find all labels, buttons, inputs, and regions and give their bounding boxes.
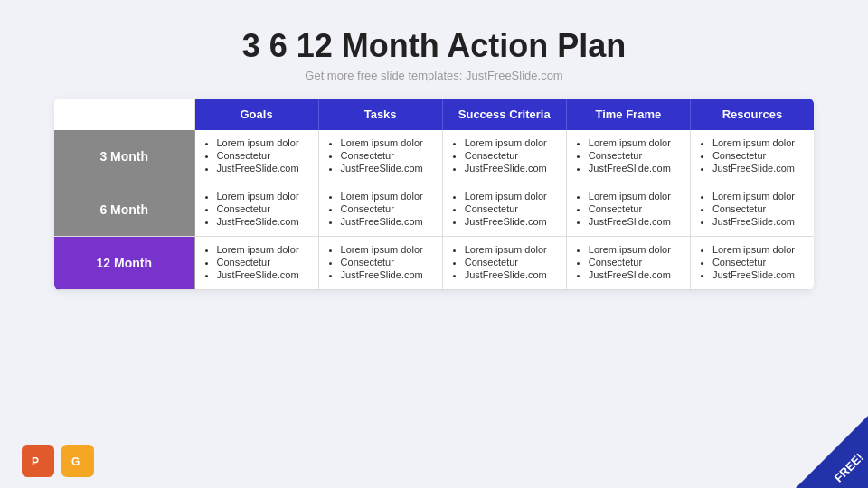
table-cell: Lorem ipsum dolorConsecteturJustFreeSlid… (442, 237, 566, 290)
table-cell: Lorem ipsum dolorConsecteturJustFreeSlid… (566, 183, 690, 237)
list-item: JustFreeSlide.com (712, 216, 805, 227)
row-label-6-month: 6 Month (54, 183, 194, 237)
table-cell: Lorem ipsum dolorConsecteturJustFreeSlid… (442, 130, 566, 183)
list-item: Consectetur (341, 257, 433, 267)
svg-text:G: G (71, 455, 80, 468)
list-item: Lorem ipsum dolor (217, 137, 309, 148)
table-cell: Lorem ipsum dolorConsecteturJustFreeSlid… (194, 130, 318, 183)
table-row: 6 MonthLorem ipsum dolorConsecteturJustF… (54, 183, 814, 237)
list-item: Lorem ipsum dolor (465, 137, 557, 148)
list-item: Lorem ipsum dolor (712, 191, 805, 202)
google-slides-icon: G (61, 445, 94, 477)
list-item: Consectetur (341, 150, 433, 161)
table-cell: Lorem ipsum dolorConsecteturJustFreeSlid… (566, 237, 690, 290)
free-badge: FREE! (796, 416, 868, 488)
row-label-12-month: 12 Month (54, 237, 194, 290)
list-item: JustFreeSlide.com (217, 269, 309, 280)
list-item: Lorem ipsum dolor (589, 244, 681, 255)
list-item: Lorem ipsum dolor (465, 191, 557, 202)
list-item: Consectetur (217, 203, 309, 214)
list-item: Consectetur (465, 203, 557, 214)
list-item: Consectetur (341, 203, 433, 214)
header-col-resources: Resources (690, 99, 814, 130)
action-plan-table: GoalsTasksSuccess CriteriaTime FrameReso… (54, 99, 814, 290)
table-cell: Lorem ipsum dolorConsecteturJustFreeSlid… (318, 237, 442, 290)
list-item: JustFreeSlide.com (217, 163, 309, 174)
list-item: JustFreeSlide.com (712, 269, 805, 280)
list-item: JustFreeSlide.com (589, 269, 681, 280)
row-label-3-month: 3 Month (54, 130, 194, 183)
list-item: JustFreeSlide.com (589, 216, 681, 227)
list-item: Lorem ipsum dolor (217, 191, 309, 202)
powerpoint-icon: P (22, 445, 54, 477)
list-item: Lorem ipsum dolor (341, 244, 433, 255)
list-item: Lorem ipsum dolor (589, 191, 681, 202)
table-cell: Lorem ipsum dolorConsecteturJustFreeSlid… (442, 183, 566, 237)
table-cell: Lorem ipsum dolorConsecteturJustFreeSlid… (318, 130, 442, 183)
list-item: Lorem ipsum dolor (341, 137, 433, 148)
list-item: JustFreeSlide.com (465, 216, 557, 227)
table-cell: Lorem ipsum dolorConsecteturJustFreeSlid… (566, 130, 690, 183)
list-item: Lorem ipsum dolor (712, 137, 805, 148)
list-item: Consectetur (712, 203, 805, 214)
list-item: Consectetur (589, 203, 681, 214)
free-badge-text: FREE! (832, 450, 866, 484)
list-item: JustFreeSlide.com (217, 216, 309, 227)
table-cell: Lorem ipsum dolorConsecteturJustFreeSlid… (194, 237, 318, 290)
table-cell: Lorem ipsum dolorConsecteturJustFreeSlid… (690, 237, 814, 290)
list-item: JustFreeSlide.com (341, 269, 433, 280)
table-cell: Lorem ipsum dolorConsecteturJustFreeSlid… (690, 130, 814, 183)
header-col-goals: Goals (194, 99, 318, 130)
page-subtitle: Get more free slide templates: JustFreeS… (305, 69, 562, 82)
table-row: 12 MonthLorem ipsum dolorConsecteturJust… (54, 237, 814, 290)
table-cell: Lorem ipsum dolorConsecteturJustFreeSlid… (690, 183, 814, 237)
list-item: Consectetur (712, 150, 805, 161)
page-title: 3 6 12 Month Action Plan (242, 27, 627, 65)
list-item: Lorem ipsum dolor (465, 244, 557, 255)
table-cell: Lorem ipsum dolorConsecteturJustFreeSlid… (318, 183, 442, 237)
table-cell: Lorem ipsum dolorConsecteturJustFreeSlid… (194, 183, 318, 237)
list-item: JustFreeSlide.com (589, 163, 681, 174)
list-item: JustFreeSlide.com (712, 163, 805, 174)
list-item: Consectetur (465, 150, 557, 161)
list-item: Lorem ipsum dolor (589, 137, 681, 148)
bottom-icons: P G (22, 445, 94, 477)
list-item: Lorem ipsum dolor (217, 244, 309, 255)
list-item: JustFreeSlide.com (341, 163, 433, 174)
list-item: Lorem ipsum dolor (712, 244, 805, 255)
header-col-time-frame: Time Frame (566, 99, 690, 130)
list-item: Consectetur (589, 257, 681, 267)
table-row: 3 MonthLorem ipsum dolorConsecteturJustF… (54, 130, 814, 183)
slide: 3 6 12 Month Action Plan Get more free s… (0, 0, 868, 488)
list-item: Lorem ipsum dolor (341, 191, 433, 202)
header-col-tasks: Tasks (318, 99, 442, 130)
list-item: Consectetur (465, 257, 557, 267)
svg-text:P: P (32, 455, 39, 468)
list-item: Consectetur (217, 257, 309, 267)
header-empty (54, 99, 194, 130)
list-item: JustFreeSlide.com (341, 216, 433, 227)
list-item: JustFreeSlide.com (465, 163, 557, 174)
list-item: Consectetur (712, 257, 805, 267)
list-item: Consectetur (217, 150, 309, 161)
list-item: JustFreeSlide.com (465, 269, 557, 280)
list-item: Consectetur (589, 150, 681, 161)
header-col-success-criteria: Success Criteria (442, 99, 566, 130)
